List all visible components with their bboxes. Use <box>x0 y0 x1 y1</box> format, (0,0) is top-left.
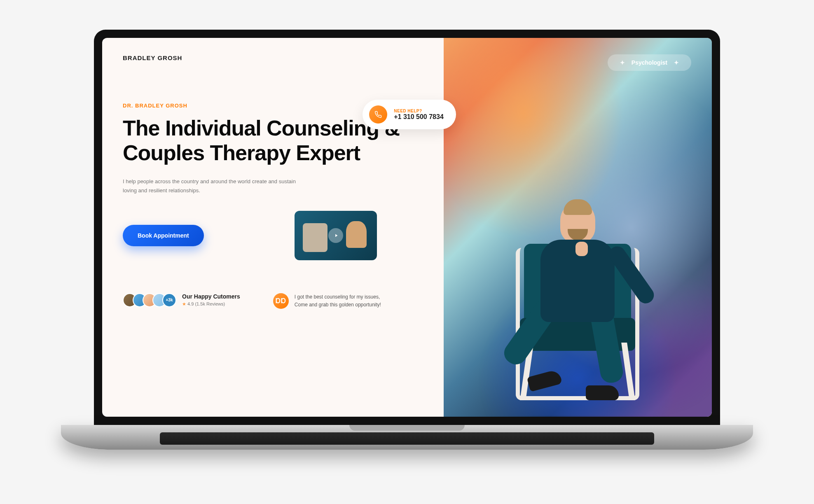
phone-icon <box>369 105 387 124</box>
testimonial-line-1: I got the best counseling for my issues, <box>295 293 381 301</box>
testimonial-block: ⱰⱰ I got the best counseling for my issu… <box>273 293 381 309</box>
right-image-panel: ✦ Psychologist ✦ <box>444 38 712 417</box>
laptop-notch <box>349 425 465 431</box>
badge-label: Psychologist <box>632 59 667 66</box>
customers-rating: ★ 4.9 (1.5k Reviews) <box>182 301 240 307</box>
avatar-more-count: +3k <box>162 293 176 307</box>
psychologist-badge: ✦ Psychologist ✦ <box>608 54 691 71</box>
customers-text: Our Happy Cutomers ★ 4.9 (1.5k Reviews) <box>182 293 240 307</box>
quote-icon: ⱰⱰ <box>273 293 289 309</box>
sparkle-icon: ✦ <box>674 59 679 66</box>
person-illustration <box>491 153 664 417</box>
social-proof-row: +3k Our Happy Cutomers ★ 4.9 (1.5k Revie… <box>123 293 427 309</box>
help-text: NEED HELP? +1 310 500 7834 <box>394 109 444 121</box>
rating-value: 4.9 <box>187 301 194 306</box>
help-label: NEED HELP? <box>394 109 444 113</box>
cta-row: Book Appointment <box>123 211 427 260</box>
testimonial-text: I got the best counseling for my issues,… <box>295 293 381 309</box>
help-phone-number: +1 310 500 7834 <box>394 113 444 121</box>
left-content-panel: BRADLEY GROSH NEED HELP? +1 310 500 7834… <box>102 38 444 417</box>
laptop-mockup: BRADLEY GROSH NEED HELP? +1 310 500 7834… <box>61 30 753 474</box>
website-hero: BRADLEY GROSH NEED HELP? +1 310 500 7834… <box>102 38 712 417</box>
laptop-keyboard <box>160 432 654 445</box>
rating-suffix: (1.5k Reviews) <box>195 301 225 306</box>
sparkle-icon: ✦ <box>620 59 625 66</box>
laptop-base <box>61 425 753 450</box>
hero-subtext: I help people across the country and aro… <box>123 177 296 195</box>
star-icon: ★ <box>182 301 186 306</box>
customers-title: Our Happy Cutomers <box>182 293 240 300</box>
customers-block: +3k Our Happy Cutomers ★ 4.9 (1.5k Revie… <box>123 293 240 307</box>
play-icon <box>328 228 343 243</box>
testimonial-line-2: Come and grab this golden opportunity! <box>295 301 381 309</box>
avatar-stack: +3k <box>123 293 176 307</box>
site-logo[interactable]: BRADLEY GROSH <box>123 54 427 61</box>
video-thumbnail[interactable] <box>295 211 377 260</box>
book-appointment-button[interactable]: Book Appointment <box>123 225 204 246</box>
laptop-screen: BRADLEY GROSH NEED HELP? +1 310 500 7834… <box>94 30 720 425</box>
help-card[interactable]: NEED HELP? +1 310 500 7834 <box>363 100 456 129</box>
